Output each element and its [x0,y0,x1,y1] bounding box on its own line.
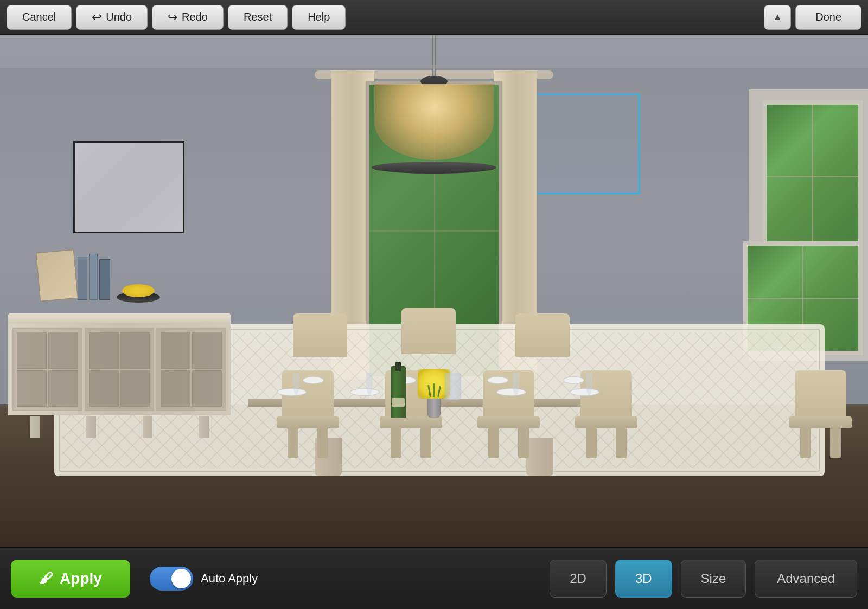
sideboard [8,313,231,438]
door-pane [17,370,47,407]
sideboard-top [8,313,231,323]
chair-back-far-right [515,313,570,357]
door-pane [192,332,222,369]
sideboard-door-1 [12,328,82,411]
sideboard-leg [199,416,209,438]
advanced-button[interactable]: Advanced [755,560,857,598]
btn-3d[interactable]: 3D [615,560,672,598]
sideboard-leg [143,416,152,438]
door-pane [89,332,119,369]
chandelier-fixture [369,76,499,174]
top-toolbar: Cancel ↩ Undo ↪ Redo Reset Help ▲ Done [0,0,868,35]
door-pane [48,332,78,369]
size-label: Size [701,571,726,586]
sideboard-body [8,323,231,415]
door-pane [192,370,222,407]
picture-frame [73,141,184,233]
scene-viewport[interactable] [0,35,868,547]
undo-button[interactable]: ↩ Undo [76,5,148,30]
apply-paint-icon: 🖌 [39,570,53,587]
size-button[interactable]: Size [681,560,746,598]
auto-apply-toggle[interactable] [150,567,193,591]
door-pane [48,370,78,407]
door-pane [161,332,190,369]
chevron-up-button[interactable]: ▲ [764,5,791,30]
door-pane [17,332,47,369]
chandelier [374,35,494,174]
fruit-bowl [117,281,160,303]
door-pane [120,332,150,369]
undo-label: Undo [106,11,132,23]
chandelier-crystals [374,84,494,160]
redo-label: Redo [182,11,208,23]
undo-icon: ↩ [92,10,101,24]
chevron-up-icon: ▲ [773,11,782,23]
window-upper-right [762,100,863,252]
door-pane [89,370,119,407]
door-pane [161,370,190,407]
help-button[interactable]: Help [292,5,346,30]
cancel-button[interactable]: Cancel [7,5,72,30]
chair-front-right [575,370,637,463]
chair-back-far-center [401,308,456,354]
auto-apply-label: Auto Apply [201,572,258,586]
cancel-label: Cancel [22,11,56,23]
chair-far-right [789,370,852,463]
apply-button[interactable]: 🖌 Apply [11,560,130,598]
btn-2d[interactable]: 2D [550,560,607,598]
btn-3d-label: 3D [635,571,652,586]
bottom-toolbar: 🖌 Apply Auto Apply 2D 3D Size Advanced [0,547,868,609]
sideboard-door-3 [156,328,226,411]
chair-front-left [277,370,339,463]
sideboard-legs [14,416,225,438]
books-decoration [38,251,110,300]
vase-body [427,396,441,418]
chair-front-center-right [477,370,540,463]
reset-button[interactable]: Reset [228,5,288,30]
redo-button[interactable]: ↪ Redo [152,5,224,30]
chair-back-far-left [293,313,347,357]
done-button[interactable]: Done [795,5,861,30]
apply-label: Apply [60,570,102,587]
btn-2d-label: 2D [570,571,586,586]
advanced-label: Advanced [777,571,835,586]
wine-bottle [391,366,406,418]
sideboard-leg [30,416,40,438]
toggle-knob [171,569,191,588]
sideboard-door-2 [85,328,155,411]
center-vase [445,373,461,400]
done-label: Done [815,11,841,23]
help-label: Help [308,11,330,23]
door-pane [120,370,150,407]
chandelier-chain [432,35,436,76]
reset-label: Reset [244,11,272,23]
auto-apply-group: Auto Apply [150,567,258,591]
redo-icon: ↪ [168,10,177,24]
sideboard-leg [86,416,96,438]
